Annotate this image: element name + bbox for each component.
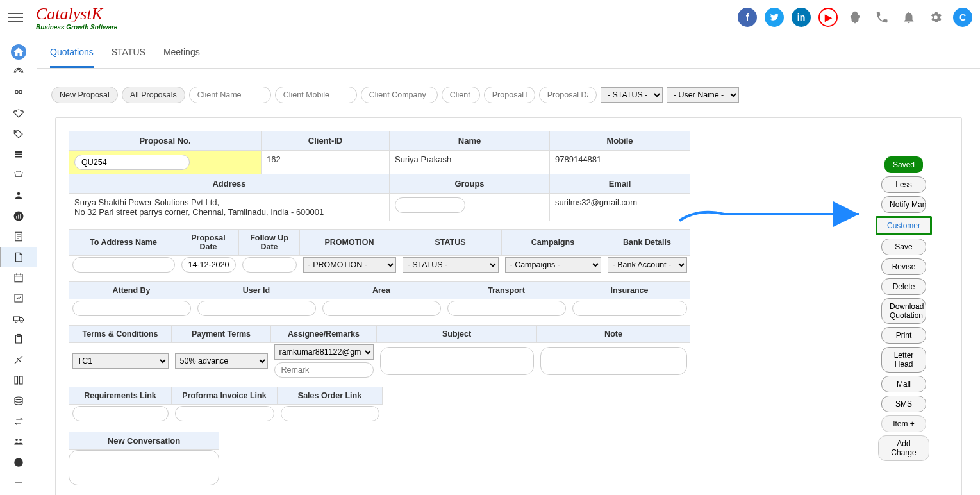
logo[interactable]: CatalystK Business Growth Software: [36, 4, 117, 31]
h-email: Email: [550, 174, 690, 194]
nav-calendar-icon[interactable]: [0, 267, 37, 288]
nav-home-icon[interactable]: [11, 44, 26, 60]
nav-dashboard-icon[interactable]: [0, 62, 37, 83]
letter-head-button[interactable]: Letter Head: [881, 347, 926, 373]
youtube-icon[interactable]: ▶: [818, 8, 838, 27]
remark-input[interactable]: [274, 362, 374, 378]
client-name-filter[interactable]: [189, 87, 271, 103]
all-proposals-button[interactable]: All Proposals: [122, 87, 185, 103]
linkedin-icon[interactable]: in: [792, 8, 811, 27]
nav-money-icon[interactable]: [0, 390, 37, 411]
row5-table: Terms & Conditions Payment Terms Assigne…: [69, 325, 690, 379]
client-company-filter[interactable]: [361, 87, 438, 103]
nav-layout-icon[interactable]: [0, 370, 37, 390]
twitter-icon[interactable]: [765, 8, 784, 27]
tab-meetings[interactable]: Meetings: [163, 42, 200, 68]
client-id-cell: 162: [262, 151, 390, 174]
nav-file-icon[interactable]: [0, 247, 37, 267]
brain-icon[interactable]: [845, 8, 865, 27]
h-to-addr: To Address Name: [69, 230, 178, 256]
svg-point-2: [15, 131, 17, 133]
customer-button[interactable]: Customer: [876, 216, 932, 235]
user-filter[interactable]: - User Name -: [667, 87, 739, 103]
attend-input[interactable]: [72, 301, 191, 316]
nav-globe-icon[interactable]: [0, 452, 37, 473]
nav-truck-icon[interactable]: [0, 308, 37, 329]
req-link-input[interactable]: [72, 406, 169, 421]
bank-select[interactable]: - Bank Account -: [608, 257, 687, 273]
proposal-no-input[interactable]: [74, 155, 190, 170]
add-charge-button[interactable]: Add Charge: [878, 435, 929, 461]
facebook-icon[interactable]: f: [738, 8, 757, 27]
prop-date-input[interactable]: [181, 257, 236, 273]
h-pi: Proforma Invoice Link: [172, 387, 278, 405]
note-input[interactable]: [540, 347, 687, 375]
content-card: Proposal No. Client-ID Name Mobile 162 S…: [55, 117, 962, 495]
svg-point-16: [21, 321, 22, 323]
client-id-filter[interactable]: [442, 87, 480, 103]
tab-status[interactable]: STATUS: [112, 42, 145, 68]
item-add-button[interactable]: Item +: [881, 415, 926, 432]
nav-doc-icon[interactable]: [0, 226, 37, 247]
nav-chart-icon[interactable]: [0, 206, 37, 226]
download-button[interactable]: Download Quotation: [881, 298, 926, 324]
phone-icon[interactable]: [872, 8, 892, 27]
print-button[interactable]: Print: [881, 327, 926, 344]
notify-manager-button[interactable]: Notify Manager: [881, 196, 926, 213]
sms-button[interactable]: SMS: [881, 396, 926, 412]
to-addr-input[interactable]: [72, 257, 175, 273]
pi-link-input[interactable]: [175, 406, 274, 421]
userid-input[interactable]: [197, 301, 316, 316]
h-area: Area: [319, 282, 444, 299]
follow-date-input[interactable]: [242, 257, 297, 273]
assignee-select[interactable]: ramkumar881122@gmai: [274, 344, 374, 360]
mail-button[interactable]: Mail: [881, 376, 926, 392]
nav-tools-icon[interactable]: [0, 349, 37, 370]
transport-input[interactable]: [447, 301, 566, 316]
h-promo: PROMOTION: [300, 230, 399, 256]
status-select[interactable]: - STATUS -: [403, 257, 499, 273]
delete-button[interactable]: Delete: [881, 278, 926, 295]
h-prop-date: Proposal Date: [178, 230, 239, 256]
nav-clipboard-icon[interactable]: [0, 329, 37, 349]
tab-quotations[interactable]: Quotations: [50, 42, 94, 68]
arrow-annotation: [673, 201, 865, 240]
client-mobile-filter[interactable]: [275, 87, 357, 103]
less-button[interactable]: Less: [881, 176, 926, 193]
save-button[interactable]: Save: [881, 239, 926, 255]
convo-textarea[interactable]: [69, 450, 219, 485]
so-link-input[interactable]: [281, 406, 379, 421]
terms-select[interactable]: TC1: [72, 353, 169, 369]
revise-button[interactable]: Revise: [881, 258, 926, 275]
proposal-date-filter[interactable]: [539, 87, 597, 103]
promo-select[interactable]: - PROMOTION -: [303, 257, 396, 273]
bell-icon[interactable]: [899, 8, 918, 27]
status-filter[interactable]: - STATUS -: [601, 87, 663, 103]
gear-icon[interactable]: [926, 8, 945, 27]
nav-stack-icon[interactable]: [0, 144, 37, 165]
nav-people-icon[interactable]: [0, 432, 37, 452]
hamburger-icon[interactable]: [8, 10, 23, 24]
campaign-select[interactable]: - Campaigns -: [505, 257, 601, 273]
nav-exchange-icon[interactable]: [0, 411, 37, 432]
h-status: STATUS: [399, 230, 502, 256]
nav-users-icon[interactable]: [0, 185, 37, 206]
nav-tag-icon[interactable]: [0, 124, 37, 144]
conversation-box: New Conversation: [69, 432, 219, 487]
h-subject: Subject: [377, 326, 537, 343]
nav-cart-icon[interactable]: [0, 165, 37, 185]
nav-more-icon[interactable]: [0, 473, 37, 493]
mobile-cell: 9789144881: [550, 151, 690, 174]
subject-input[interactable]: [380, 347, 534, 375]
avatar[interactable]: C: [953, 8, 972, 27]
new-proposal-button[interactable]: New Proposal: [51, 87, 118, 103]
nav-report-icon[interactable]: [0, 288, 37, 308]
area-input[interactable]: [322, 301, 441, 316]
nav-search-icon[interactable]: [0, 83, 37, 103]
pay-select[interactable]: 50% advance: [175, 353, 268, 369]
proposal-no-filter[interactable]: [484, 87, 535, 103]
groups-input[interactable]: [395, 197, 465, 213]
insurance-input[interactable]: [572, 301, 687, 316]
nav-deal-icon[interactable]: [0, 103, 37, 124]
svg-rect-12: [15, 274, 22, 282]
